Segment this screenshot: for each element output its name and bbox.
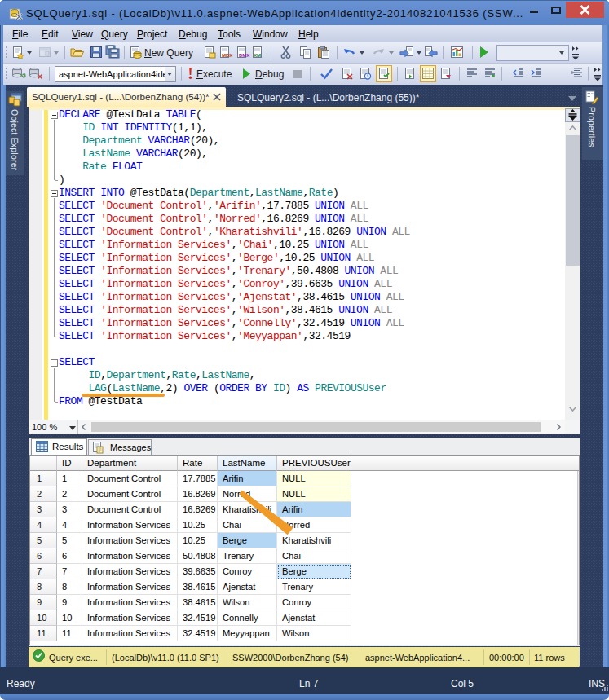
svg-text:DMX: DMX <box>239 53 249 58</box>
svg-text:MDX: MDX <box>222 53 232 58</box>
svg-text:XM: XM <box>254 53 261 58</box>
